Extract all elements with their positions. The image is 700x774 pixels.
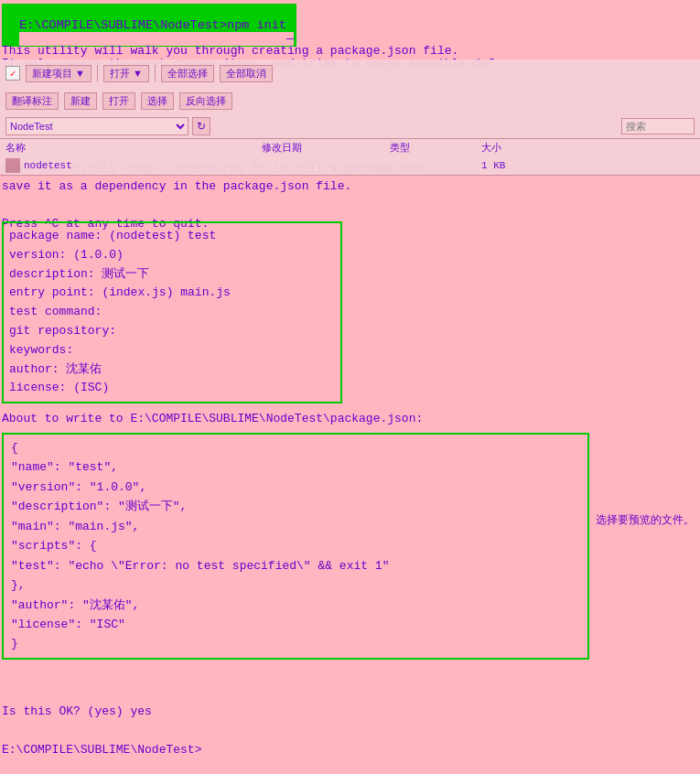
form-line-4: test command:	[9, 303, 335, 322]
toolbar-row-2: 翻译标注 新建 打开 选择 反向选择	[0, 87, 700, 114]
translate-button[interactable]: 翻译标注	[5, 92, 59, 110]
new-button[interactable]: 新建	[64, 92, 97, 110]
file-name: nodetest	[24, 160, 262, 171]
form-line-2: description: 测试一下	[9, 265, 335, 285]
terminal-bottom: Is this OK? (yes) yes E:\COMPILE\SUBLIME…	[2, 703, 201, 759]
search-input[interactable]	[621, 118, 695, 134]
json-line-3: "description": "测试一下",	[11, 497, 580, 516]
side-preview-text: 选择要预览的文件。	[596, 512, 695, 528]
open-button-2[interactable]: 打开	[102, 92, 135, 110]
final-prompt: E:\COMPILE\SUBLIME\NodeTest>	[2, 741, 201, 760]
form-line-3: entry point: (index.js) main.js	[9, 284, 335, 303]
blank-line	[2, 722, 201, 741]
json-line-6: "test": "echo \"Error: no test specified…	[11, 556, 580, 575]
json-line-10: }	[11, 634, 580, 653]
file-size: 1 KB	[481, 160, 555, 171]
open-button-1[interactable]: 打开 ▼	[103, 65, 149, 82]
col-type-header: 类型	[390, 141, 481, 155]
about-to-write-line: About to write to E:\COMPILE\SUBLIME\Nod…	[2, 412, 423, 425]
checkbox-icon[interactable]: ✓	[5, 66, 20, 81]
file-list-row[interactable]: nodetest 1 KB	[0, 156, 700, 175]
refresh-button[interactable]: ↻	[192, 117, 210, 135]
json-line-5: "scripts": {	[11, 536, 580, 555]
form-line-5: git repository:	[9, 322, 335, 341]
col-name-header: 名称	[5, 141, 262, 155]
col-size-header: 大小	[481, 141, 555, 155]
json-content-box: { "name": "test", "version": "1.0.0", "d…	[2, 433, 589, 660]
form-line-6: keywords:	[9, 341, 335, 360]
form-line-7: author: 沈某佑	[9, 360, 335, 380]
json-line-1: "name": "test",	[11, 457, 580, 477]
json-line-0: {	[11, 438, 580, 457]
select-button[interactable]: 选择	[141, 92, 174, 110]
package-form-box: package name: (nodetest) test version: (…	[2, 221, 342, 403]
json-line-9: "license": "ISC"	[11, 615, 580, 634]
col-date-header: 修改日期	[262, 141, 390, 155]
json-line-8: "author": "沈某佑",	[11, 596, 580, 615]
toolbar-overlay: ✓ 新建项目 ▼ 打开 ▼ 全部选择 全部取消 翻译标注 新建 打开 选择 反向…	[0, 59, 700, 176]
json-line-7: },	[11, 575, 580, 595]
form-line-8: license: (ISC)	[9, 379, 335, 398]
toolbar-row-1: ✓ 新建项目 ▼ 打开 ▼ 全部选择 全部取消	[0, 59, 700, 87]
file-icon	[5, 158, 20, 173]
toolbar-sep-1	[97, 65, 98, 81]
invert-select-button[interactable]: 反向选择	[179, 92, 232, 110]
form-line-1: version: (1.0.0)	[9, 246, 335, 265]
ok-line: Is this OK? (yes) yes	[2, 703, 201, 722]
select-all-button[interactable]: 全部选择	[161, 65, 214, 82]
deselect-all-button[interactable]: 全部取消	[220, 65, 273, 82]
column-headers: 名称 修改日期 类型 大小	[0, 138, 700, 156]
new-project-button[interactable]: 新建项目 ▼	[26, 65, 92, 82]
path-dropdown[interactable]: NodeTest	[5, 117, 188, 135]
json-line-2: "version": "1.0.0",	[11, 478, 580, 497]
form-line-0: package name: (nodetest) test	[9, 227, 335, 246]
toolbar-sep-2	[155, 65, 156, 81]
json-line-4: "main": "main.js",	[11, 517, 580, 536]
path-dropdown-bar: NodeTest ↻	[0, 114, 700, 138]
